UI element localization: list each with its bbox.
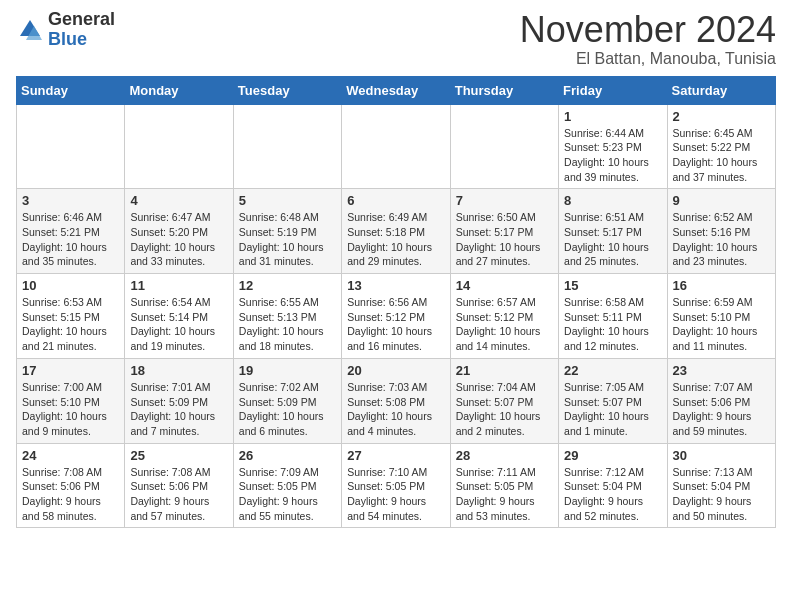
weekday-header-friday: Friday [559, 76, 667, 104]
day-cell: 5Sunrise: 6:48 AM Sunset: 5:19 PM Daylig… [233, 189, 341, 274]
logo-blue-text: Blue [48, 30, 115, 50]
day-info: Sunrise: 7:11 AM Sunset: 5:05 PM Dayligh… [456, 465, 553, 524]
day-number: 17 [22, 363, 119, 378]
day-number: 29 [564, 448, 661, 463]
day-cell: 8Sunrise: 6:51 AM Sunset: 5:17 PM Daylig… [559, 189, 667, 274]
day-cell: 11Sunrise: 6:54 AM Sunset: 5:14 PM Dayli… [125, 274, 233, 359]
day-number: 22 [564, 363, 661, 378]
logo-general-text: General [48, 10, 115, 30]
day-cell: 28Sunrise: 7:11 AM Sunset: 5:05 PM Dayli… [450, 443, 558, 528]
day-number: 20 [347, 363, 444, 378]
day-cell [233, 104, 341, 189]
day-cell: 29Sunrise: 7:12 AM Sunset: 5:04 PM Dayli… [559, 443, 667, 528]
day-cell: 4Sunrise: 6:47 AM Sunset: 5:20 PM Daylig… [125, 189, 233, 274]
day-info: Sunrise: 6:53 AM Sunset: 5:15 PM Dayligh… [22, 295, 119, 354]
day-number: 4 [130, 193, 227, 208]
day-info: Sunrise: 6:54 AM Sunset: 5:14 PM Dayligh… [130, 295, 227, 354]
day-number: 6 [347, 193, 444, 208]
day-cell: 6Sunrise: 6:49 AM Sunset: 5:18 PM Daylig… [342, 189, 450, 274]
week-row-5: 24Sunrise: 7:08 AM Sunset: 5:06 PM Dayli… [17, 443, 776, 528]
week-row-2: 3Sunrise: 6:46 AM Sunset: 5:21 PM Daylig… [17, 189, 776, 274]
day-cell [125, 104, 233, 189]
day-info: Sunrise: 6:46 AM Sunset: 5:21 PM Dayligh… [22, 210, 119, 269]
header: General Blue November 2024 El Battan, Ma… [16, 10, 776, 68]
day-cell: 26Sunrise: 7:09 AM Sunset: 5:05 PM Dayli… [233, 443, 341, 528]
day-cell: 21Sunrise: 7:04 AM Sunset: 5:07 PM Dayli… [450, 358, 558, 443]
day-cell: 30Sunrise: 7:13 AM Sunset: 5:04 PM Dayli… [667, 443, 775, 528]
week-row-4: 17Sunrise: 7:00 AM Sunset: 5:10 PM Dayli… [17, 358, 776, 443]
day-info: Sunrise: 7:09 AM Sunset: 5:05 PM Dayligh… [239, 465, 336, 524]
day-info: Sunrise: 7:02 AM Sunset: 5:09 PM Dayligh… [239, 380, 336, 439]
title-block: November 2024 El Battan, Manouba, Tunisi… [520, 10, 776, 68]
day-info: Sunrise: 6:55 AM Sunset: 5:13 PM Dayligh… [239, 295, 336, 354]
day-info: Sunrise: 7:08 AM Sunset: 5:06 PM Dayligh… [22, 465, 119, 524]
day-cell [17, 104, 125, 189]
day-cell: 18Sunrise: 7:01 AM Sunset: 5:09 PM Dayli… [125, 358, 233, 443]
day-info: Sunrise: 7:07 AM Sunset: 5:06 PM Dayligh… [673, 380, 770, 439]
day-cell: 14Sunrise: 6:57 AM Sunset: 5:12 PM Dayli… [450, 274, 558, 359]
day-cell: 17Sunrise: 7:00 AM Sunset: 5:10 PM Dayli… [17, 358, 125, 443]
day-number: 18 [130, 363, 227, 378]
day-info: Sunrise: 6:45 AM Sunset: 5:22 PM Dayligh… [673, 126, 770, 185]
day-number: 15 [564, 278, 661, 293]
day-number: 8 [564, 193, 661, 208]
day-cell: 22Sunrise: 7:05 AM Sunset: 5:07 PM Dayli… [559, 358, 667, 443]
day-number: 19 [239, 363, 336, 378]
day-cell [342, 104, 450, 189]
day-number: 30 [673, 448, 770, 463]
week-row-1: 1Sunrise: 6:44 AM Sunset: 5:23 PM Daylig… [17, 104, 776, 189]
day-number: 26 [239, 448, 336, 463]
day-info: Sunrise: 6:58 AM Sunset: 5:11 PM Dayligh… [564, 295, 661, 354]
day-info: Sunrise: 7:04 AM Sunset: 5:07 PM Dayligh… [456, 380, 553, 439]
day-info: Sunrise: 7:08 AM Sunset: 5:06 PM Dayligh… [130, 465, 227, 524]
page: General Blue November 2024 El Battan, Ma… [0, 0, 792, 544]
day-number: 2 [673, 109, 770, 124]
weekday-header-wednesday: Wednesday [342, 76, 450, 104]
day-number: 5 [239, 193, 336, 208]
day-info: Sunrise: 7:12 AM Sunset: 5:04 PM Dayligh… [564, 465, 661, 524]
weekday-header-row: SundayMondayTuesdayWednesdayThursdayFrid… [17, 76, 776, 104]
day-info: Sunrise: 6:57 AM Sunset: 5:12 PM Dayligh… [456, 295, 553, 354]
day-info: Sunrise: 7:00 AM Sunset: 5:10 PM Dayligh… [22, 380, 119, 439]
logo: General Blue [16, 10, 115, 50]
day-number: 13 [347, 278, 444, 293]
day-cell: 12Sunrise: 6:55 AM Sunset: 5:13 PM Dayli… [233, 274, 341, 359]
day-cell: 20Sunrise: 7:03 AM Sunset: 5:08 PM Dayli… [342, 358, 450, 443]
day-cell [450, 104, 558, 189]
month-title: November 2024 [520, 10, 776, 50]
day-number: 12 [239, 278, 336, 293]
day-cell: 15Sunrise: 6:58 AM Sunset: 5:11 PM Dayli… [559, 274, 667, 359]
day-info: Sunrise: 7:03 AM Sunset: 5:08 PM Dayligh… [347, 380, 444, 439]
day-cell: 19Sunrise: 7:02 AM Sunset: 5:09 PM Dayli… [233, 358, 341, 443]
day-number: 14 [456, 278, 553, 293]
day-number: 10 [22, 278, 119, 293]
weekday-header-tuesday: Tuesday [233, 76, 341, 104]
day-info: Sunrise: 6:59 AM Sunset: 5:10 PM Dayligh… [673, 295, 770, 354]
day-cell: 24Sunrise: 7:08 AM Sunset: 5:06 PM Dayli… [17, 443, 125, 528]
day-number: 21 [456, 363, 553, 378]
day-cell: 3Sunrise: 6:46 AM Sunset: 5:21 PM Daylig… [17, 189, 125, 274]
location: El Battan, Manouba, Tunisia [520, 50, 776, 68]
logo-icon [16, 16, 44, 44]
day-number: 25 [130, 448, 227, 463]
weekday-header-thursday: Thursday [450, 76, 558, 104]
day-info: Sunrise: 6:44 AM Sunset: 5:23 PM Dayligh… [564, 126, 661, 185]
day-info: Sunrise: 7:10 AM Sunset: 5:05 PM Dayligh… [347, 465, 444, 524]
day-cell: 9Sunrise: 6:52 AM Sunset: 5:16 PM Daylig… [667, 189, 775, 274]
day-info: Sunrise: 6:49 AM Sunset: 5:18 PM Dayligh… [347, 210, 444, 269]
day-cell: 13Sunrise: 6:56 AM Sunset: 5:12 PM Dayli… [342, 274, 450, 359]
day-cell: 2Sunrise: 6:45 AM Sunset: 5:22 PM Daylig… [667, 104, 775, 189]
day-info: Sunrise: 6:56 AM Sunset: 5:12 PM Dayligh… [347, 295, 444, 354]
day-cell: 25Sunrise: 7:08 AM Sunset: 5:06 PM Dayli… [125, 443, 233, 528]
day-info: Sunrise: 6:48 AM Sunset: 5:19 PM Dayligh… [239, 210, 336, 269]
logo-text: General Blue [48, 10, 115, 50]
day-number: 16 [673, 278, 770, 293]
calendar-table: SundayMondayTuesdayWednesdayThursdayFrid… [16, 76, 776, 529]
day-number: 7 [456, 193, 553, 208]
day-number: 1 [564, 109, 661, 124]
day-number: 27 [347, 448, 444, 463]
weekday-header-monday: Monday [125, 76, 233, 104]
weekday-header-sunday: Sunday [17, 76, 125, 104]
day-number: 9 [673, 193, 770, 208]
day-cell: 27Sunrise: 7:10 AM Sunset: 5:05 PM Dayli… [342, 443, 450, 528]
